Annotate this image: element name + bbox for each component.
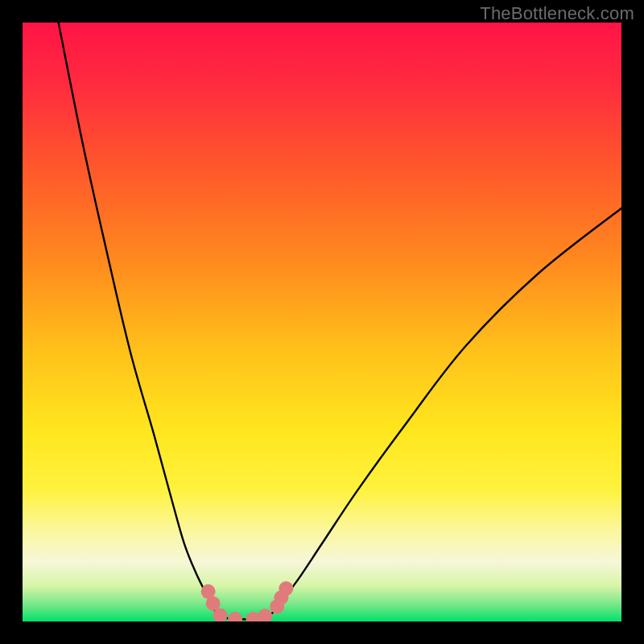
curve-layer	[23, 23, 621, 621]
bottleneck-curve	[59, 23, 621, 619]
chart-frame: TheBottleneck.com	[0, 0, 644, 644]
plot-area	[23, 23, 621, 621]
data-markers	[201, 581, 294, 621]
marker-point	[228, 612, 242, 621]
marker-point	[279, 581, 293, 596]
watermark-text: TheBottleneck.com	[480, 3, 634, 24]
marker-point	[258, 609, 272, 621]
